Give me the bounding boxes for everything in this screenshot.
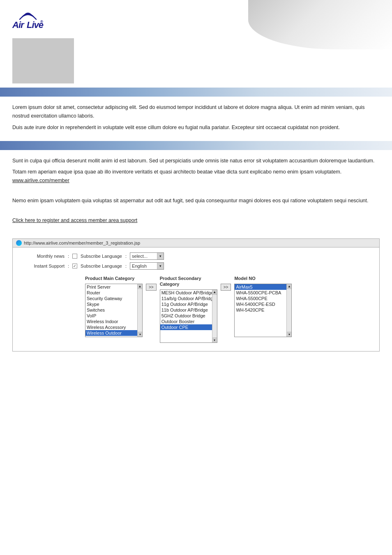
header: Air Live ®: [0, 0, 392, 34]
scroll-down-icon[interactable]: ▾: [138, 332, 142, 337]
list-item-airmax5[interactable]: AirMax5: [235, 284, 286, 290]
secondary-to-model-arrow: >>: [217, 284, 235, 291]
browser-bar: http://www.airlive.com/member/member_3_r…: [13, 239, 379, 247]
monthly-subscribe-colon: :: [125, 254, 127, 259]
list-item[interactable]: MESH Outdoor AP/Bridge: [160, 290, 212, 296]
list-item[interactable]: WH-5420CPE: [235, 307, 286, 313]
monthly-news-row: Monthly news : Subscribe Language : sele…: [19, 252, 373, 260]
model-no-list-content: AirMax5 WHA-5500CPE-PCBA WHA-5500CPE WH-…: [235, 284, 286, 337]
instant-language-select[interactable]: English ▾: [130, 262, 164, 270]
browser-url: http://www.airlive.com/member/member_3_r…: [24, 240, 140, 245]
secondary-category-scrollbar[interactable]: ▲ ▾: [212, 290, 217, 342]
logo: Air Live ®: [12, 7, 45, 30]
instant-support-colon: :: [68, 264, 69, 268]
monthly-select-text[interactable]: select...: [130, 253, 157, 259]
list-item[interactable]: Switches: [85, 307, 137, 313]
instant-subscribe-label: Subscribe Language: [81, 264, 122, 268]
scroll-down-icon[interactable]: ▾: [287, 332, 291, 337]
checkmark-icon: ✓: [73, 264, 76, 268]
model-no-list[interactable]: AirMax5 WHA-5500CPE-PCBA WHA-5500CPE WH-…: [234, 284, 292, 337]
screenshot-container: http://www.airlive.com/member/member_3_r…: [12, 238, 380, 352]
main-category-list-content: Print Server Router Security Gateway Sky…: [85, 284, 137, 337]
scroll-up-icon[interactable]: ▲: [287, 284, 291, 289]
add-model-button[interactable]: >>: [221, 284, 231, 291]
scroll-track: [287, 289, 291, 332]
scroll-up-icon[interactable]: ▲: [212, 290, 217, 295]
monthly-subscribe-label: Subscribe Language: [81, 254, 122, 259]
list-item[interactable]: 11a/b/g Outdoor AP/Bridge: [160, 296, 212, 301]
product-image: [12, 38, 74, 83]
product-columns-area: Product Main Category Print Server Route…: [19, 272, 373, 347]
instant-support-checkbox[interactable]: ✓: [72, 264, 77, 268]
list-item[interactable]: 11g Outdoor AP/Bridge: [160, 301, 212, 307]
register-link[interactable]: Click here to register and access member…: [12, 216, 380, 225]
model-no-scrollbar[interactable]: ▲ ▾: [286, 284, 291, 337]
instant-support-label: Instant Support: [19, 264, 65, 268]
scroll-track: [138, 289, 142, 332]
monthly-select-arrow-icon[interactable]: ▾: [157, 253, 164, 259]
list-item[interactable]: Skype: [85, 301, 137, 307]
main-category-scrollbar[interactable]: ▲ ▾: [137, 284, 142, 337]
scroll-track: [212, 295, 217, 338]
list-item[interactable]: WHA-5500CPE: [235, 296, 286, 301]
content-paragraph-4: Totam rem aperiam eaque ipsa quae ab ill…: [12, 168, 380, 185]
content-paragraph-5: Nemo enim ipsam voluptatem quia voluptas…: [12, 197, 380, 205]
register-link-text[interactable]: Click here to register and access member…: [12, 217, 137, 223]
monthly-language-select[interactable]: select... ▾: [130, 252, 164, 260]
list-item[interactable]: Outdoor Booster: [160, 319, 212, 324]
list-item-wireless-outdoor[interactable]: Wireless Outdoor: [85, 330, 137, 336]
browser-icon: [16, 240, 22, 246]
secondary-category-list-content: MESH Outdoor AP/Bridge 11a/b/g Outdoor A…: [160, 290, 212, 342]
model-no-header: Model NO: [234, 275, 292, 281]
list-item[interactable]: Wireless Accessory: [85, 324, 137, 330]
model-no-group: Model NO AirMax5 WHA-5500CPE-PCBA WHA-55…: [234, 275, 292, 337]
list-item[interactable]: Security Gateway: [85, 296, 137, 301]
content-block-1: Lorem ipsum dolor sit amet, consectetur …: [0, 97, 392, 141]
list-item[interactable]: WHA-5500CPE-PCBA: [235, 290, 286, 296]
form-area: Monthly news : Subscribe Language : sele…: [13, 247, 379, 352]
monthly-news-colon: :: [68, 254, 69, 259]
list-item[interactable]: VoIP: [85, 313, 137, 319]
list-item[interactable]: Wireless Indoor: [85, 319, 137, 324]
content-paragraph-2: Duis aute irure dolor in reprehenderit i…: [12, 123, 380, 132]
section-bar-1: [0, 88, 392, 97]
main-category-group: Product Main Category Print Server Route…: [85, 275, 143, 337]
secondary-category-header: Product Secondary Category: [160, 275, 217, 287]
main-to-secondary-arrow: >>: [143, 284, 160, 291]
secondary-category-list[interactable]: MESH Outdoor AP/Bridge 11a/b/g Outdoor A…: [160, 289, 217, 343]
scroll-down-icon[interactable]: ▾: [212, 338, 217, 342]
content-block-2: Sunt in culpa qui officia deserunt molli…: [0, 150, 392, 234]
list-item-outdoor-cpe[interactable]: Outdoor CPE: [160, 324, 212, 330]
instant-select-arrow-icon[interactable]: ▾: [157, 263, 164, 269]
main-category-header: Product Main Category: [85, 275, 143, 281]
list-item[interactable]: 11b Outdoor AP/Bridge: [160, 307, 212, 313]
list-item[interactable]: Router: [85, 290, 137, 296]
section-bar-2: [0, 141, 392, 150]
instant-subscribe-colon: :: [125, 264, 127, 268]
instant-select-text[interactable]: English: [130, 263, 157, 269]
list-item[interactable]: 5GHZ Outdoor Bridge: [160, 313, 212, 319]
member-link[interactable]: www.airlive.com/member: [12, 178, 69, 183]
logo-area: Air Live ®: [12, 7, 45, 30]
content-text: Totam rem aperiam eaque ipsa quae ab ill…: [12, 169, 341, 175]
monthly-news-label: Monthly news: [19, 254, 65, 259]
add-secondary-button[interactable]: >>: [146, 284, 157, 291]
scroll-up-icon[interactable]: ▲: [138, 284, 142, 289]
header-decoration: [248, 0, 392, 49]
main-category-list[interactable]: Print Server Router Security Gateway Sky…: [85, 284, 143, 337]
svg-text:Air: Air: [12, 20, 25, 30]
instant-support-row: Instant Support : ✓ Subscribe Language :…: [19, 262, 373, 270]
list-item[interactable]: Print Server: [85, 284, 137, 290]
content-paragraph-3: Sunt in culpa qui officia deserunt molli…: [12, 157, 380, 165]
list-item[interactable]: WH-5400CPE-ESD: [235, 301, 286, 307]
secondary-category-group: Product Secondary Category MESH Outdoor …: [160, 275, 217, 343]
monthly-news-checkbox[interactable]: [72, 254, 77, 259]
list-item-application-flash[interactable]: Application Flash: [85, 336, 137, 337]
content-paragraph-1: Lorem ipsum dolor sit amet, consectetur …: [12, 103, 380, 121]
